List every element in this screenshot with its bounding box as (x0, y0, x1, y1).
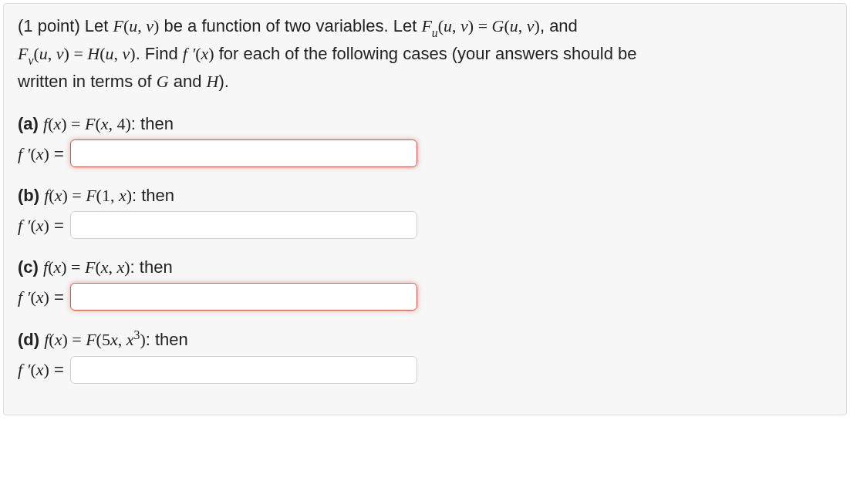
intro-text-3: written in terms of (18, 72, 157, 91)
problem-intro: (1 point) Let F(u, v) be a function of t… (18, 13, 832, 94)
part-d-input[interactable] (70, 356, 417, 384)
part-d-fprime: f ′(x) = (18, 357, 64, 382)
part-c-input[interactable] (70, 283, 417, 311)
part-a-label: (a) (18, 114, 43, 133)
points-label: (1 point) (18, 16, 85, 35)
part-a-rhs: F (85, 114, 95, 133)
math-Fuv: F (113, 16, 123, 35)
part-d-then: : then (146, 331, 188, 350)
intro-text-2b: for each of the following cases (your an… (214, 44, 637, 63)
part-a: (a) f(x) = F(x, 4): then f ′(x) = (18, 111, 832, 167)
intro-text-3mid: and (169, 72, 207, 91)
part-c: (c) f(x) = F(x, x): then f ′(x) = (18, 254, 832, 311)
math-H: H (87, 44, 100, 63)
math-fprime-intro: f ′ (183, 44, 195, 63)
math-G: G (492, 16, 504, 35)
intro-text-1b: be a function of two variables. Let (159, 16, 421, 35)
part-b-then: : then (132, 186, 174, 205)
part-d-label: (d) (18, 331, 44, 350)
math-H2: H (207, 72, 219, 91)
part-c-rhs: F (85, 257, 95, 277)
math-Fv: Fv (18, 44, 33, 63)
intro-text-1c: , and (540, 16, 578, 35)
part-b: (b) f(x) = F(1, x): then f ′(x) = (18, 183, 832, 239)
math-Fu: Fu (421, 16, 437, 35)
part-c-then: : then (130, 257, 173, 277)
intro-text-3end: ). (218, 72, 228, 91)
part-b-fprime: f ′(x) = (18, 213, 64, 238)
part-a-input[interactable] (70, 139, 417, 167)
part-b-rhs: F (86, 186, 96, 205)
part-c-label: (c) (18, 257, 43, 277)
problem-panel: (1 point) Let F(u, v) be a function of t… (3, 3, 847, 415)
math-G2: G (157, 72, 169, 91)
part-d-rhs: F (86, 331, 96, 350)
part-b-input[interactable] (70, 211, 417, 239)
part-a-fprime: f ′(x) = (18, 141, 64, 166)
part-b-label: (b) (18, 186, 44, 205)
part-d: (d) f(x) = F(5x, x3): then f ′(x) = (18, 326, 832, 383)
part-a-then: : then (131, 114, 174, 133)
intro-text-1a: Let (85, 16, 113, 35)
intro-text-2a: . Find (136, 44, 183, 63)
part-c-fprime: f ′(x) = (18, 284, 64, 310)
